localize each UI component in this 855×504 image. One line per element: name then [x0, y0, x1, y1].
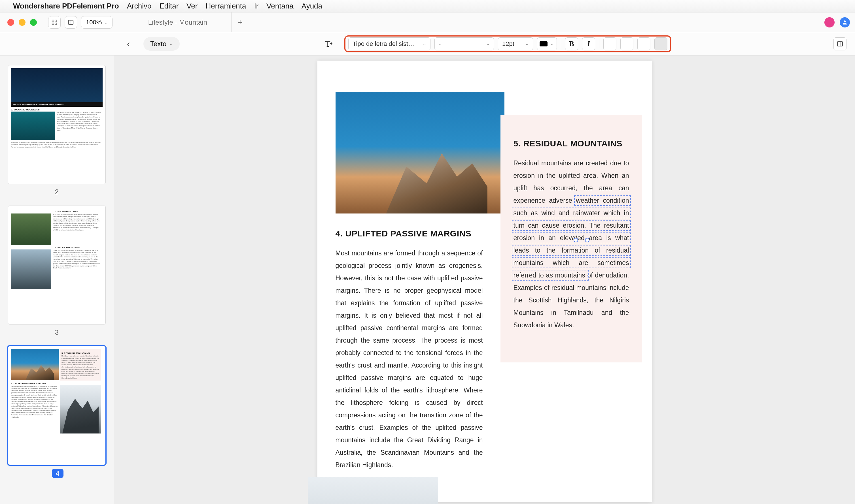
menu-ver[interactable]: Ver [187, 2, 197, 11]
page-thumbnails-panel[interactable]: TYPE OF MOUNTAINS AND HOW ARE THEY FORME… [0, 55, 114, 504]
thumb-heading: 5. RESIDUAL MOUNTAINS [62, 352, 100, 355]
menu-ir[interactable]: Ir [254, 2, 259, 11]
thumb-heading: 1. VOLCANIC MOUNTAINS [11, 108, 103, 111]
promo-badge[interactable] [824, 17, 835, 28]
document-canvas[interactable]: 4. UPLIFTED PASSIVE MARGINS Most mountai… [114, 55, 855, 504]
italic-button[interactable]: I [582, 37, 595, 50]
macos-menubar: Wondershare PDFelement Pro Archivo Edita… [0, 0, 855, 13]
align-left-button[interactable] [603, 37, 616, 50]
app-name[interactable]: Wondershare PDFelement Pro [13, 2, 119, 11]
section-body-5[interactable]: Residual mountains are created due to er… [513, 157, 629, 331]
zoom-value: 100% [86, 19, 102, 26]
menu-herramienta[interactable]: Herramienta [206, 2, 246, 11]
document-tabs: Lifestyle - Mountain + [124, 13, 248, 32]
window-chrome: 100% ⌄ Lifestyle - Mountain + [0, 13, 855, 32]
account-avatar[interactable] [840, 17, 850, 28]
svg-rect-1 [55, 20, 57, 21]
page-thumbnail-2[interactable]: TYPE OF MOUNTAINS AND HOW ARE THEY FORME… [8, 65, 106, 184]
edit-mode-dropdown[interactable]: Texto ⌄ [143, 37, 180, 51]
close-window-button[interactable] [7, 19, 14, 26]
thumb-page-number: 4 [52, 469, 64, 478]
minimize-window-button[interactable] [19, 19, 25, 26]
sidebar-pink-panel: 5. RESIDUAL MOUNTAINS Residual mountains… [501, 115, 642, 362]
font-style-dropdown[interactable]: - ⌄ [434, 37, 494, 50]
tab-lifestyle-mountain[interactable]: Lifestyle - Mountain [124, 13, 231, 32]
page-thumbnail-3[interactable]: 2. FOLD MOUNTAINS Fold mountains are for… [8, 205, 106, 324]
thumb-page-number: 3 [8, 328, 106, 336]
zoom-dropdown[interactable]: 100% ⌄ [81, 16, 112, 29]
svg-rect-3 [55, 23, 57, 24]
color-swatch [540, 41, 547, 47]
chevron-down-icon: ⌄ [169, 41, 173, 47]
page-4: 4. UPLIFTED PASSIVE MARGINS Most mountai… [317, 60, 652, 502]
properties-panel-toggle[interactable] [834, 37, 847, 50]
font-family-value: Tipo de letra del sist… [352, 40, 414, 48]
svg-point-6 [844, 20, 846, 22]
chevron-down-icon: ⌄ [525, 41, 529, 47]
svg-rect-7 [837, 42, 842, 46]
hero-image-mountain-grey [308, 477, 438, 504]
body-post: of denudation. Examples of residual moun… [513, 272, 629, 329]
menu-ayuda[interactable]: Ayuda [301, 2, 322, 11]
menu-archivo[interactable]: Archivo [127, 2, 152, 11]
divider [561, 39, 561, 49]
font-style-value: - [439, 40, 441, 48]
align-center-button[interactable] [620, 37, 633, 50]
edit-mode-label: Texto [150, 40, 167, 48]
thumb-heading: 2. FOLD MOUNTAINS [55, 210, 103, 213]
thumb-heading: 4. UPLIFTED PASSIVE MARGINS [11, 382, 103, 385]
divider [599, 39, 599, 49]
grid-view-button[interactable] [48, 16, 60, 29]
new-tab-button[interactable]: + [231, 18, 248, 27]
font-size-dropdown[interactable]: 12pt ⌄ [498, 37, 533, 50]
section-heading-5: 5. RESIDUAL MOUNTAINS [513, 139, 629, 148]
editor-toolbar: ‹ Texto ⌄ Tipo de letra del sist… ⌄ - ⌄ … [0, 32, 855, 55]
tab-label: Lifestyle - Mountain [148, 18, 207, 26]
bold-button[interactable]: B [565, 37, 578, 50]
thumb-banner: TYPE OF MOUNTAINS AND HOW ARE THEY FORME… [11, 102, 103, 107]
font-family-dropdown[interactable]: Tipo de letra del sist… ⌄ [348, 37, 431, 50]
text-format-toolbar: Tipo de letra del sist… ⌄ - ⌄ 12pt ⌄ ⌄ B… [344, 35, 671, 52]
main-area: TYPE OF MOUNTAINS AND HOW ARE THEY FORME… [0, 55, 855, 504]
chevron-down-icon: ⌄ [551, 41, 554, 47]
section-body-4[interactable]: Most mountains are formed through a sequ… [335, 247, 483, 471]
chevron-down-icon: ⌄ [422, 41, 426, 47]
section-heading-4: 4. UPLIFTED PASSIVE MARGINS [335, 229, 483, 238]
add-text-button[interactable] [322, 37, 335, 50]
svg-rect-4 [69, 20, 73, 24]
font-size-value: 12pt [502, 40, 514, 48]
align-right-button[interactable] [638, 37, 650, 50]
hero-image-mountain-sunset [335, 92, 504, 214]
thumb-heading: 3. BLOCK MOUNTAINS [55, 246, 103, 249]
svg-rect-0 [52, 20, 54, 21]
zoom-window-button[interactable] [30, 19, 37, 26]
selected-text-block[interactable]: weather condition such as wind and rainw… [513, 197, 629, 279]
chevron-down-icon: ⌄ [486, 41, 490, 47]
align-justify-button[interactable] [655, 37, 667, 50]
sidebar-toggle-button[interactable] [65, 16, 77, 29]
thumb-page-number: 2 [8, 188, 106, 196]
svg-rect-2 [52, 23, 54, 24]
traffic-lights [0, 19, 44, 26]
menu-editar[interactable]: Editar [159, 2, 178, 11]
back-button[interactable]: ‹ [127, 38, 130, 49]
chevron-down-icon: ⌄ [104, 20, 108, 25]
page-thumbnail-4[interactable]: 5. RESIDUAL MOUNTAINS Residual mountains… [8, 346, 106, 465]
menu-ventana[interactable]: Ventana [266, 2, 293, 11]
font-color-dropdown[interactable]: ⌄ [537, 37, 557, 50]
